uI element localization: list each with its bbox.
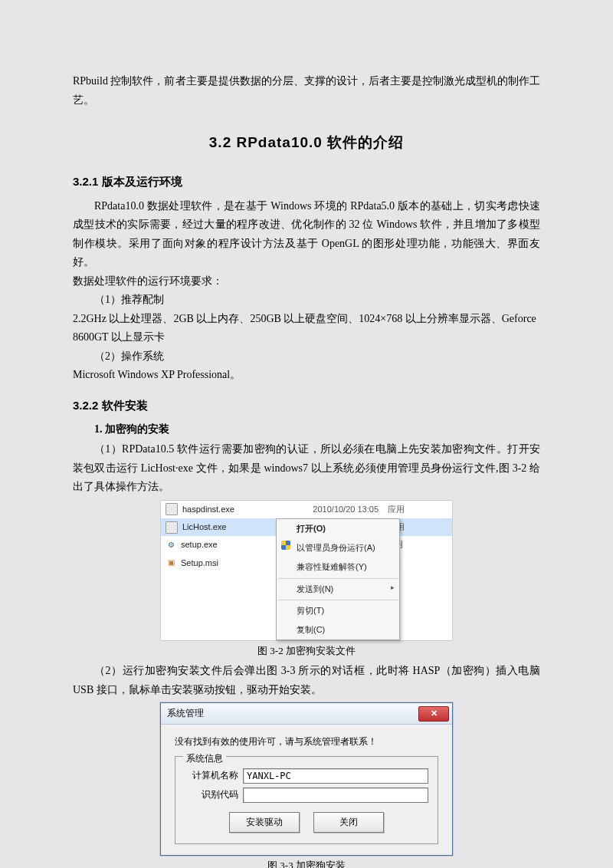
exe-icon [166,521,178,534]
figure-caption-3-3: 图 3-3 加密狗安装 [267,857,346,868]
s322-p1: （1）RPData10.5 软件运行需要加密狗的认证，所以必须在电脑上先安装加密… [73,440,540,497]
document-page: RPbuild 控制软件，前者主要是提供数据的分层、支撑的设计，后者主要是控制激… [0,0,613,868]
setup-icon: ⚙ [166,540,176,551]
file-name: setup.exe [181,538,288,552]
intro-paragraph: RPbuild 控制软件，前者主要是提供数据的分层、支撑的设计，后者主要是控制激… [73,72,540,110]
menu-compat[interactable]: 兼容性疑难解答(Y) [277,557,399,577]
close-dialog-button[interactable]: 关闭 [313,812,384,833]
menu-cut[interactable]: 剪切(T) [277,601,399,620]
row-computer-name: 计算机名称 [185,768,428,784]
section-title-3-2: 3.2 RPdata10.0 软件的介绍 [73,130,540,155]
figure-3-3: 系统管理 ✕ 没有找到有效的使用许可，请与系统管理者联系！ 系统信息 计算机名称… [73,702,540,868]
s321-p1: RPdata10.0 数据处理软件，是在基于 Windows 环境的 RPdat… [73,197,540,272]
exe-icon [166,503,178,515]
input-computer-name[interactable] [243,768,428,784]
s321-cfg2: （2）操作系统 [73,347,540,367]
system-info-group: 系统信息 计算机名称 识别代码 安装驱动 关闭 [175,756,438,844]
file-row[interactable]: haspdinst.exe 2010/10/20 13:05 应用 [161,501,452,518]
explorer-window: haspdinst.exe 2010/10/20 13:05 应用 LicHos… [160,500,453,642]
subsection-3-2-1: 3.2.1 版本及运行环境 [73,172,540,192]
file-type: 应用 [383,502,411,517]
dialog-window: 系统管理 ✕ 没有找到有效的使用许可，请与系统管理者联系！ 系统信息 计算机名称… [160,702,453,856]
menu-open[interactable]: 打开(O) [277,519,399,538]
dialog-titlebar: 系统管理 ✕ [161,703,452,725]
file-name: LicHost.exe [182,520,290,534]
dialog-body: 没有找到有效的使用许可，请与系统管理者联系！ 系统信息 计算机名称 识别代码 安… [161,725,452,855]
install-driver-button[interactable]: 安装驱动 [229,812,300,833]
dialog-message: 没有找到有效的使用许可，请与系统管理者联系！ [175,734,438,750]
label-id-code: 识别代码 [185,787,238,803]
figure-3-2: haspdinst.exe 2010/10/20 13:05 应用 LicHos… [73,500,540,660]
subsection-3-2-2: 3.2.2 软件安装 [73,396,540,416]
group-legend: 系统信息 [183,751,226,767]
menu-run-as-admin[interactable]: 以管理员身份运行(A) [277,538,399,557]
close-icon: ✕ [431,706,438,721]
s321-cfg1: （1）推荐配制 [73,291,540,310]
s322-item1: 1. 加密狗的安装 [73,420,540,439]
menu-separator [278,600,398,600]
figure-caption-3-2: 图 3-2 加密狗安装文件 [257,643,356,660]
label-computer-name: 计算机名称 [185,768,238,784]
row-id-code: 识别代码 [185,787,428,803]
close-button[interactable]: ✕ [418,706,449,722]
context-menu: 打开(O) 以管理员身份运行(A) 兼容性疑难解答(Y) 发送到(N) 剪切(T… [276,518,400,641]
file-name: Setup.msi [181,556,288,570]
s322-p2: （2）运行加密狗安装文件后会弹出图 3-3 所示的对话框，此时将 HASP（加密… [73,662,540,699]
msi-icon: ▣ [166,557,176,568]
menu-sendto[interactable]: 发送到(N) [277,580,399,599]
s321-cfg1-detail: 2.2GHz 以上处理器、2GB 以上内存、250GB 以上硬盘空间、1024×… [73,310,540,347]
dialog-button-row: 安装驱动 关闭 [185,812,428,833]
menu-copy[interactable]: 复制(C) [277,620,399,639]
shield-icon [281,541,290,550]
menu-label: 以管理员身份运行(A) [297,543,375,552]
s321-envline: 数据处理软件的运行环境要求： [73,272,540,291]
s321-cfg2-detail: Microsoft Windows XP Professional。 [73,366,540,385]
dialog-title: 系统管理 [167,705,204,722]
file-date: 2010/10/20 13:05 [294,502,379,517]
input-id-code[interactable] [243,787,428,803]
menu-separator [278,578,398,579]
file-name: haspdinst.exe [182,502,290,517]
